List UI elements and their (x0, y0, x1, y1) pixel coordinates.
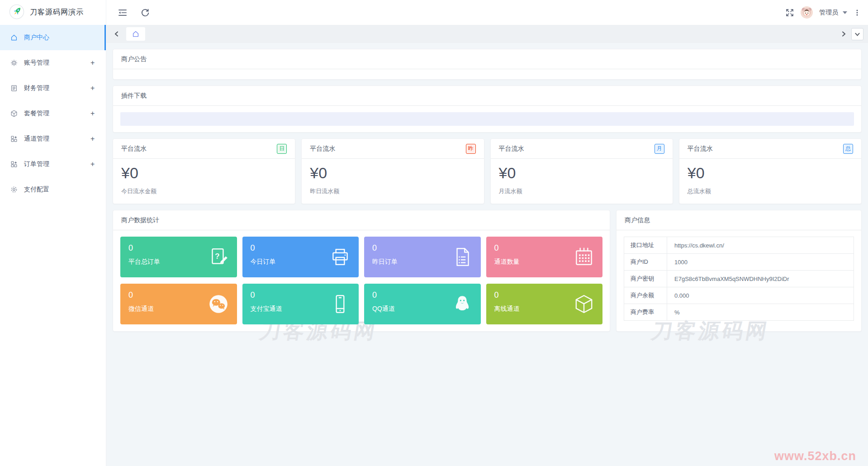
table-row: 商户ID 1000 (624, 254, 854, 271)
info-label: 商户费率 (624, 304, 667, 321)
chevron-down-icon[interactable] (843, 11, 847, 14)
logo: 刀客源码网演示 (0, 0, 106, 25)
merchant-info-table: 接口地址 https://cs.dkewl.cn/ 商户ID 1000 商户密钥… (624, 237, 854, 321)
sidebar-item-label: 商户中心 (24, 33, 89, 42)
card-title: 平台流水 (688, 145, 713, 153)
stat-label: 总流水额 (688, 187, 853, 195)
sidebar-item-merchant-center[interactable]: 商户中心 (0, 25, 106, 50)
bottom-row: 商户数据统计 0 平台总订单 ? 0 今日订单 (113, 210, 862, 332)
stat-card-total: 平台流水 总 ¥0 总流水额 (679, 138, 862, 204)
watermark-corner: www.52xb.cn (774, 449, 856, 463)
apps-icon (10, 135, 18, 143)
sidebar-item-label: 订单管理 (24, 160, 90, 168)
settings-gear-icon (10, 185, 18, 194)
card-title: 商户信息 (625, 216, 650, 224)
qq-icon (451, 293, 474, 315)
phone-icon (329, 293, 351, 315)
ledger-icon (10, 84, 18, 92)
stat-card-yesterday: 平台流水 昨 ¥0 昨日流水额 (301, 138, 484, 204)
document-icon (451, 246, 474, 268)
stat-label: 昨日流水额 (310, 187, 475, 195)
user-name[interactable]: 管理员 (819, 9, 838, 17)
order-edit-icon: ? (207, 246, 230, 268)
sidebar-item-account[interactable]: 账号管理 + (0, 50, 106, 76)
info-label: 接口地址 (624, 237, 667, 254)
tab-scroll-left-icon[interactable] (114, 31, 120, 37)
card-title: 商户公告 (121, 55, 147, 63)
app-root: 刀客源码网演示 商户中心 账号管理 + 财务管理 (0, 0, 868, 466)
expand-indicator: + (90, 84, 106, 92)
stat-card-daily: 平台流水 日 ¥0 今日流水金额 (113, 138, 295, 204)
info-value: 0.000 (667, 287, 854, 304)
card-title: 商户数据统计 (121, 216, 159, 224)
tile-wechat-channel: 0 微信通道 (120, 284, 237, 324)
tile-alipay-channel: 0 支付宝通道 (242, 284, 359, 324)
sidebar-item-label: 账号管理 (24, 59, 90, 67)
info-label: 商户ID (624, 254, 667, 271)
tab-scroll-right-icon[interactable] (840, 31, 847, 37)
sidebar: 刀客源码网演示 商户中心 账号管理 + 财务管理 (0, 0, 106, 466)
cube-icon (10, 109, 18, 118)
info-label: 商户密钥 (624, 271, 667, 287)
sidebar-menu: 商户中心 账号管理 + 财务管理 + 套餐管 (0, 25, 106, 202)
table-row: 接口地址 https://cs.dkewl.cn/ (624, 237, 854, 254)
topbar: 管理员 (106, 0, 868, 25)
sidebar-item-package[interactable]: 套餐管理 + (0, 101, 106, 126)
stat-value: ¥0 (121, 164, 287, 182)
refresh-icon[interactable] (141, 8, 150, 17)
tile-total-orders: 0 平台总订单 ? (120, 237, 237, 277)
period-badge: 日 (277, 144, 287, 154)
data-stats-card: 商户数据统计 0 平台总订单 ? 0 今日订单 (113, 210, 610, 332)
wechat-icon (207, 293, 230, 315)
tile-today-orders: 0 今日订单 (242, 237, 359, 277)
stats-row: 平台流水 日 ¥0 今日流水金额 平台流水 昨 ¥0 昨日流水额 (113, 138, 862, 204)
tile-qq-channel: 0 QQ通道 (364, 284, 481, 324)
avatar[interactable] (801, 6, 813, 19)
tile-channel-count: 0 通道数量 (486, 237, 603, 277)
plugin-list-strip (120, 112, 854, 126)
expand-indicator: + (90, 59, 106, 67)
fullscreen-icon[interactable] (785, 8, 794, 17)
card-title: 平台流水 (499, 145, 524, 153)
stat-label: 今日流水金额 (121, 187, 287, 195)
main-column: 管理员 刀客源码 (106, 0, 868, 466)
tab-home[interactable] (126, 27, 145, 41)
sidebar-item-label: 套餐管理 (24, 109, 90, 118)
card-title: 平台流水 (310, 145, 335, 153)
more-menu-icon[interactable] (854, 9, 861, 16)
info-value: % (667, 304, 854, 321)
sidebar-item-payment-config[interactable]: 支付配置 (0, 177, 106, 202)
period-badge: 月 (655, 144, 664, 154)
plugins-body (113, 106, 861, 132)
merchant-info-card: 商户信息 接口地址 https://cs.dkewl.cn/ 商户ID 1000 (616, 210, 862, 332)
tiles-grid: 0 平台总订单 ? 0 今日订单 (113, 230, 610, 331)
sidebar-item-label: 通道管理 (24, 135, 90, 143)
period-badge: 总 (843, 144, 853, 154)
announcement-body (113, 69, 861, 79)
expand-indicator: + (90, 160, 106, 168)
table-row: 商户密钥 E7gS8c6TbBvmaXM5qSNWDHNHy9I2DiDr (624, 271, 854, 287)
stat-value: ¥0 (499, 164, 664, 182)
sidebar-item-order[interactable]: 订单管理 + (0, 152, 106, 177)
sidebar-item-channel[interactable]: 通道管理 + (0, 126, 106, 152)
stat-value: ¥0 (310, 164, 475, 182)
collapse-menu-icon[interactable] (118, 8, 127, 17)
sidebar-item-label: 支付配置 (24, 185, 90, 194)
sidebar-item-finance[interactable]: 财务管理 + (0, 76, 106, 101)
plugins-card: 插件下载 (113, 86, 862, 133)
stat-label: 月流水额 (499, 187, 664, 195)
svg-text:?: ? (215, 252, 219, 261)
announcement-card: 商户公告 (113, 49, 862, 80)
expand-indicator: + (90, 109, 106, 118)
app-title: 刀客源码网演示 (30, 8, 84, 17)
card-title: 插件下载 (121, 92, 147, 100)
sidebar-item-label: 财务管理 (24, 84, 90, 92)
package-icon (573, 293, 595, 315)
table-row: 商户余额 0.000 (624, 287, 854, 304)
card-title: 平台流水 (121, 145, 147, 153)
calendar-icon (573, 246, 595, 268)
expand-indicator: + (90, 135, 106, 143)
tab-options-button[interactable] (851, 28, 863, 40)
home-icon (10, 33, 18, 42)
tile-offline-channel: 0 离线通道 (486, 284, 603, 324)
